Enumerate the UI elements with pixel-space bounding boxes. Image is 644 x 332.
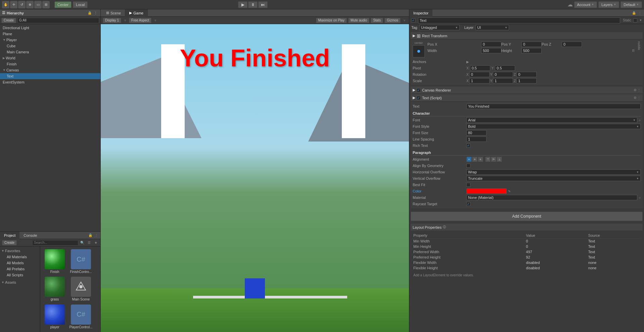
tree-item[interactable]: Finish [0, 61, 100, 67]
asset-finishcontrol[interactable]: C# FinishContro... [69, 249, 93, 274]
canvas-settings-icon[interactable]: ⚙ [634, 88, 637, 92]
layer-dropdown[interactable]: UI ▼ [475, 25, 509, 30]
color-dropper-icon[interactable]: ✎ [508, 189, 511, 193]
pivot-x-input[interactable] [470, 65, 490, 71]
hand-tool[interactable]: ✋ [2, 1, 9, 8]
project-search[interactable] [32, 240, 78, 245]
hierarchy-lock[interactable]: 🔒 [87, 10, 92, 16]
align-center-btn[interactable]: ≡ [472, 157, 477, 162]
align-bottom-btn[interactable]: ⊥ [497, 157, 502, 162]
inspector-tab[interactable]: Inspector [409, 9, 432, 17]
tree-item[interactable]: Directional Light [0, 25, 100, 31]
font-select-icon[interactable]: ○ [639, 118, 641, 122]
asset-grass[interactable]: grass [43, 277, 66, 301]
raycast-checkbox[interactable]: ✓ [466, 202, 470, 206]
scaley-input[interactable] [493, 78, 513, 84]
tree-item-player[interactable]: ▼ Player [0, 37, 100, 43]
posy-input[interactable] [521, 42, 542, 47]
richtext-checkbox[interactable]: ✓ [466, 144, 470, 148]
canvas-renderer-header[interactable]: ▶ ✓ Canvas Renderer ⚙ ⋮ [411, 87, 643, 94]
fontsize-input[interactable] [466, 130, 487, 135]
text-script-enabled[interactable]: ✓ [417, 96, 421, 100]
text-prop-input[interactable] [466, 104, 641, 109]
anchor-widget[interactable] [413, 45, 425, 57]
play-button[interactable]: ▶ [238, 1, 247, 8]
width-input[interactable] [481, 48, 501, 53]
layers-button[interactable]: Layers ▼ [598, 1, 619, 8]
align-middle-btn[interactable]: ⊢ [491, 157, 496, 162]
pivot-y-input[interactable] [495, 65, 515, 71]
tree-item-canvas[interactable]: ▼ Canvas [0, 67, 100, 73]
maximize-btn[interactable]: Maximize on Play [316, 18, 347, 23]
account-button[interactable]: Account ▼ [574, 1, 597, 8]
text-settings-icon[interactable]: ⚙ [634, 96, 637, 100]
layout-props-header[interactable]: Layout Properties ⓘ [411, 224, 643, 231]
default-button[interactable]: Default ▼ [620, 1, 642, 8]
scalez-input[interactable] [516, 78, 537, 84]
tree-item[interactable]: Main Camera [0, 49, 100, 55]
linespacing-input[interactable] [466, 136, 487, 142]
tree-item-eventsystem[interactable]: EventSystem [0, 79, 100, 85]
tab-project[interactable]: Project [0, 232, 19, 239]
scalex-input[interactable] [469, 78, 490, 84]
asset-playercontrol[interactable]: C# PlayerControl... [69, 305, 93, 329]
text-menu-icon[interactable]: ⋮ [637, 96, 641, 100]
hierarchy-create-btn[interactable]: Create [1, 18, 16, 23]
posx-input[interactable] [481, 42, 501, 47]
align-right-btn[interactable]: ≡ [478, 157, 483, 162]
tree-item[interactable]: Cube [0, 43, 100, 49]
asset-finish[interactable]: Finish [43, 249, 66, 274]
all-models-item[interactable]: All Models [1, 260, 39, 266]
rotx-input[interactable] [469, 72, 490, 77]
color-swatch[interactable] [466, 188, 507, 194]
gizmos-btn[interactable]: Gizmos [384, 18, 401, 23]
center-button[interactable]: Center [54, 1, 72, 8]
hoverflow-dropdown[interactable]: Wrap ▼ [466, 169, 641, 175]
asset-mainscene[interactable]: Main Scene [69, 277, 93, 301]
scale-tool[interactable]: ⊕ [26, 1, 34, 8]
all-materials-item[interactable]: All Materials [1, 254, 39, 260]
project-lock[interactable]: 🔒 [88, 233, 93, 238]
rect-transform-header[interactable]: ▶ ⊞ Rect Transform [411, 32, 643, 40]
text-script-header[interactable]: ▶ ✓ Text (Script) ⚙ ⋮ [411, 94, 643, 102]
aspect-btn[interactable]: Free Aspect [129, 18, 151, 23]
canvas-renderer-enabled[interactable]: ✓ [417, 88, 421, 92]
bestfit-checkbox[interactable] [466, 183, 470, 187]
transform-tool[interactable]: ⊞ [42, 1, 50, 8]
asset-player[interactable]: player [43, 305, 66, 329]
all-prefabs-item[interactable]: All Prefabs [1, 266, 39, 272]
height-input[interactable] [521, 48, 542, 53]
align-top-btn[interactable]: ⊤ [485, 157, 491, 162]
canvas-menu-icon[interactable]: ⋮ [637, 88, 641, 92]
hierarchy-menu[interactable]: ⋮ [93, 10, 98, 16]
display-btn[interactable]: Display 1 [103, 18, 121, 23]
add-component-button[interactable]: Add Component [411, 212, 643, 221]
local-button[interactable]: Local [73, 1, 88, 8]
roty-input[interactable] [493, 72, 513, 77]
all-scripts-item[interactable]: All Scripts [1, 272, 39, 278]
project-create-btn[interactable]: Create [2, 240, 17, 245]
aligngeom-checkbox[interactable] [466, 164, 470, 168]
mute-btn[interactable]: Mute audio [348, 18, 369, 23]
filter-icon[interactable]: ☰ [86, 240, 92, 245]
anchors-arrow[interactable]: ▶ [466, 60, 469, 64]
search-icon[interactable]: 🔍 [80, 240, 85, 245]
tab-console[interactable]: Console [19, 232, 41, 239]
posz-input[interactable] [562, 42, 582, 47]
rotz-input[interactable] [516, 72, 537, 77]
hierarchy-search[interactable] [17, 18, 99, 23]
star-icon[interactable]: ★ [93, 240, 98, 245]
pause-button[interactable]: ⏸ [248, 1, 258, 8]
assets-header[interactable]: ▼ Assets [1, 279, 39, 285]
fontstyle-dropdown[interactable]: Bold ▼ [466, 124, 641, 129]
tree-item-text[interactable]: Text [0, 73, 100, 79]
inspector-lock[interactable]: 🔒 [631, 10, 637, 16]
static-arrow[interactable]: ▼ [639, 19, 642, 22]
tab-game[interactable]: ▶ Game [125, 9, 148, 17]
favorites-header[interactable]: ▼ Favorites [1, 248, 39, 254]
static-checkbox[interactable] [633, 18, 637, 22]
move-tool[interactable]: ✛ [10, 1, 17, 8]
rect-tool[interactable]: ▭ [34, 1, 42, 8]
object-name-input[interactable] [418, 17, 620, 23]
tag-dropdown[interactable]: Untagged ▼ [419, 25, 460, 30]
